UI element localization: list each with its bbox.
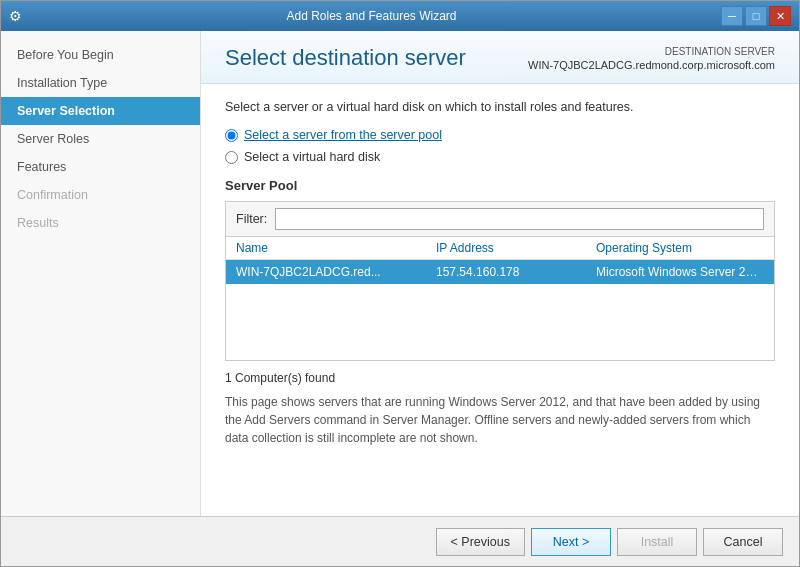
sidebar-item-features[interactable]: Features	[1, 153, 200, 181]
page-header: Select destination server DESTINATION SE…	[201, 31, 799, 84]
col-ip: IP Address	[436, 241, 596, 255]
table-header: Name IP Address Operating System	[226, 237, 774, 260]
filter-input[interactable]	[275, 208, 764, 230]
instruction-text: Select a server or a virtual hard disk o…	[225, 100, 775, 114]
radio-option-pool: Select a server from the server pool	[225, 128, 775, 142]
title-bar: ⚙ Add Roles and Features Wizard ─ □ ✕	[1, 1, 799, 31]
page-title: Select destination server	[225, 45, 466, 71]
next-button[interactable]: Next >	[531, 528, 611, 556]
minimize-button[interactable]: ─	[721, 6, 743, 26]
page-body: Select a server or a virtual hard disk o…	[201, 84, 799, 516]
row-ip: 157.54.160.178	[436, 265, 596, 279]
filter-label: Filter:	[236, 212, 267, 226]
sidebar-item-server-roles[interactable]: Server Roles	[1, 125, 200, 153]
footer: < Previous Next > Install Cancel	[1, 516, 799, 566]
sidebar-item-server-selection[interactable]: Server Selection	[1, 97, 200, 125]
radio-group: Select a server from the server pool Sel…	[225, 128, 775, 164]
install-button[interactable]: Install	[617, 528, 697, 556]
previous-button[interactable]: < Previous	[436, 528, 525, 556]
info-text: This page shows servers that are running…	[225, 393, 775, 447]
sidebar: Before You Begin Installation Type Serve…	[1, 31, 201, 516]
main-content: Before You Begin Installation Type Serve…	[1, 31, 799, 516]
row-name: WIN-7QJBC2LADCG.red...	[236, 265, 436, 279]
radio-pool-input[interactable]	[225, 129, 238, 142]
sidebar-item-results: Results	[1, 209, 200, 237]
filter-row: Filter:	[226, 202, 774, 237]
sidebar-item-before-you-begin[interactable]: Before You Begin	[1, 41, 200, 69]
destination-server-label: DESTINATION SERVER	[528, 45, 775, 59]
window-title: Add Roles and Features Wizard	[22, 9, 721, 23]
sidebar-item-installation-type[interactable]: Installation Type	[1, 69, 200, 97]
destination-server-name: WIN-7QJBC2LADCG.redmond.corp.microsoft.c…	[528, 59, 775, 71]
maximize-button[interactable]: □	[745, 6, 767, 26]
page-area: Select destination server DESTINATION SE…	[201, 31, 799, 516]
col-os: Operating System	[596, 241, 764, 255]
radio-pool-label[interactable]: Select a server from the server pool	[244, 128, 442, 142]
radio-vhd-input[interactable]	[225, 151, 238, 164]
count-text: 1 Computer(s) found	[225, 371, 775, 385]
server-pool: Filter: Name IP Address Operating System…	[225, 201, 775, 361]
table-body: WIN-7QJBC2LADCG.red... 157.54.160.178 Mi…	[226, 260, 774, 360]
sidebar-item-confirmation: Confirmation	[1, 181, 200, 209]
radio-option-vhd: Select a virtual hard disk	[225, 150, 775, 164]
col-name: Name	[236, 241, 436, 255]
cancel-button[interactable]: Cancel	[703, 528, 783, 556]
wizard-window: ⚙ Add Roles and Features Wizard ─ □ ✕ Be…	[0, 0, 800, 567]
window-icon: ⚙	[9, 8, 22, 24]
server-pool-container: Filter: Name IP Address Operating System…	[225, 201, 775, 361]
close-button[interactable]: ✕	[769, 6, 791, 26]
row-os: Microsoft Windows Server 2012 R2 Datacen…	[596, 265, 764, 279]
table-row[interactable]: WIN-7QJBC2LADCG.red... 157.54.160.178 Mi…	[226, 260, 774, 284]
window-controls: ─ □ ✕	[721, 6, 791, 26]
server-pool-label: Server Pool	[225, 178, 775, 193]
radio-vhd-label[interactable]: Select a virtual hard disk	[244, 150, 380, 164]
